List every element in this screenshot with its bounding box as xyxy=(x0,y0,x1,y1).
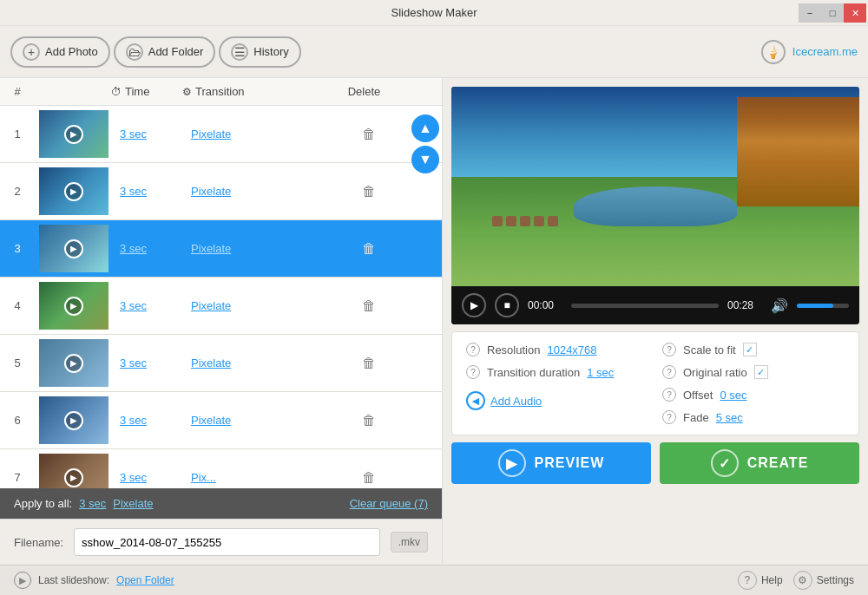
clear-queue-link[interactable]: Clear queue (7) xyxy=(350,497,428,510)
preview-label: PREVIEW xyxy=(535,455,605,471)
slide-thumbnail: ▶ xyxy=(39,396,108,444)
table-row[interactable]: 1 ▶ 3 sec Pixelate 🗑 xyxy=(0,106,442,163)
scroll-down-button[interactable]: ▼ xyxy=(411,146,439,173)
maximize-button[interactable]: □ xyxy=(821,3,844,23)
slide-num: 5 xyxy=(0,356,35,369)
delete-slide-button[interactable]: 🗑 xyxy=(355,467,383,489)
fade-value[interactable]: 5 sec xyxy=(716,411,743,424)
resolution-value[interactable]: 1024x768 xyxy=(547,343,596,356)
add-audio-link[interactable]: Add Audio xyxy=(490,395,542,408)
table-row[interactable]: 2 ▶ 3 sec Pixelate 🗑 xyxy=(0,163,442,220)
col-header-time: ⏱ Time xyxy=(104,85,182,98)
table-row[interactable]: 3 ▶ 3 sec Pixelate 🗑 xyxy=(0,220,442,278)
slide-transition-link[interactable]: Pixelate xyxy=(191,356,231,369)
transition-duration-info-icon[interactable]: ? xyxy=(466,365,480,379)
table-row[interactable]: 4 ▶ 3 sec Pixelate 🗑 xyxy=(0,278,442,335)
slide-list[interactable]: 1 ▶ 3 sec Pixelate 🗑 2 ▶ 3 sec Pixelate xyxy=(0,106,442,488)
fade-info-icon[interactable]: ? xyxy=(662,410,676,424)
icecream-link[interactable]: Icecream.me xyxy=(792,45,858,58)
help-action[interactable]: ? Help xyxy=(738,571,783,590)
slide-num: 2 xyxy=(0,185,35,198)
slide-time-link[interactable]: 3 sec xyxy=(120,242,147,255)
resolution-label: Resolution xyxy=(487,343,540,356)
table-row[interactable]: 6 ▶ 3 sec Pixelate 🗑 xyxy=(0,392,442,449)
slide-time-link[interactable]: 3 sec xyxy=(120,471,147,484)
help-label: Help xyxy=(761,574,783,586)
scale-to-fit-checkbox[interactable]: ✓ xyxy=(743,343,757,356)
scale-to-fit-info-icon[interactable]: ? xyxy=(662,343,676,356)
right-panel: ▶ ■ 00:00 00:28 🔊 ? Resolution 10 xyxy=(443,78,868,565)
slide-transition-link[interactable]: Pixelate xyxy=(191,185,231,198)
thumb-play-icon: ▶ xyxy=(64,468,83,487)
settings-right: ? Scale to fit ✓ ? Original ratio ✓ ? Of… xyxy=(662,343,845,424)
original-ratio-info-icon[interactable]: ? xyxy=(662,365,676,379)
create-button[interactable]: ✓ CREATE xyxy=(660,442,859,484)
resolution-info-icon[interactable]: ? xyxy=(466,343,480,356)
delete-slide-button[interactable]: 🗑 xyxy=(355,238,383,260)
slide-transition: Pixelate xyxy=(191,128,295,141)
settings-action[interactable]: ⚙ Settings xyxy=(793,571,854,590)
transition-duration-value[interactable]: 1 sec xyxy=(587,366,614,379)
slide-time-link[interactable]: 3 sec xyxy=(120,414,147,427)
slide-time-link[interactable]: 3 sec xyxy=(120,185,147,198)
thumb-play-icon: ▶ xyxy=(64,411,83,430)
close-button[interactable]: ✕ xyxy=(844,3,866,23)
slide-transition: Pixelate xyxy=(191,185,295,198)
add-photo-button[interactable]: + Add Photo xyxy=(10,36,110,68)
settings-left: ? Resolution 1024x768 ? Transition durat… xyxy=(466,343,648,424)
slide-delete: 🗑 xyxy=(295,238,442,260)
slide-delete: 🗑 xyxy=(295,352,442,375)
add-folder-button[interactable]: 🗁 Add Folder xyxy=(114,36,216,68)
slide-transition-link[interactable]: Pixelate xyxy=(191,299,231,312)
slide-thumbnail: ▶ xyxy=(39,225,108,272)
add-audio-icon[interactable]: ◄ xyxy=(466,391,485,410)
slide-num: 7 xyxy=(0,471,35,484)
slide-transition: Pix... xyxy=(191,471,295,484)
slide-time-link[interactable]: 3 sec xyxy=(120,128,147,141)
open-folder-link[interactable]: Open Folder xyxy=(116,574,174,586)
delete-slide-button[interactable]: 🗑 xyxy=(355,123,383,146)
scroll-up-button[interactable]: ▲ xyxy=(411,114,439,142)
offset-info-icon[interactable]: ? xyxy=(662,388,676,402)
chair-2 xyxy=(506,216,516,226)
delete-slide-button[interactable]: 🗑 xyxy=(355,180,383,203)
app-title: Slideshow Maker xyxy=(391,6,477,19)
apply-bar: Apply to all: 3 sec Pixelate Clear queue… xyxy=(0,488,442,519)
slide-transition-link[interactable]: Pixelate xyxy=(191,414,231,427)
stop-button[interactable]: ■ xyxy=(495,293,519,317)
add-folder-icon: 🗁 xyxy=(126,43,143,61)
slide-time: 3 sec xyxy=(113,185,191,198)
slide-transition-link[interactable]: Pix... xyxy=(191,471,216,484)
table-row[interactable]: 7 ▶ 3 sec Pix... 🗑 xyxy=(0,449,442,488)
history-button[interactable]: ☰ History xyxy=(219,36,300,68)
apply-transition-link[interactable]: Pixelate xyxy=(113,497,153,510)
filename-input[interactable] xyxy=(74,528,380,556)
play-button[interactable]: ▶ xyxy=(462,293,486,317)
original-ratio-checkbox[interactable]: ✓ xyxy=(754,365,768,379)
volume-icon[interactable]: 🔊 xyxy=(771,298,788,314)
apply-time-link[interactable]: 3 sec xyxy=(79,497,106,510)
slide-transition-link[interactable]: Pixelate xyxy=(191,242,231,255)
offset-label: Offset xyxy=(683,389,713,402)
offset-value[interactable]: 0 sec xyxy=(720,389,746,402)
slide-transition-link[interactable]: Pixelate xyxy=(191,128,231,141)
minimize-button[interactable]: − xyxy=(799,3,821,23)
slide-transition: Pixelate xyxy=(191,356,295,369)
slide-time-link[interactable]: 3 sec xyxy=(120,356,147,369)
volume-bar[interactable] xyxy=(797,304,849,308)
action-buttons: ▶ PREVIEW ✓ CREATE xyxy=(451,442,859,484)
preview-button[interactable]: ▶ PREVIEW xyxy=(451,442,651,484)
chairs-area xyxy=(492,197,696,227)
delete-slide-button[interactable]: 🗑 xyxy=(355,295,383,317)
add-photo-label: Add Photo xyxy=(45,45,98,58)
table-row[interactable]: 5 ▶ 3 sec Pixelate 🗑 xyxy=(0,335,442,392)
add-audio-row: ◄ Add Audio xyxy=(466,391,648,410)
slide-time-link[interactable]: 3 sec xyxy=(120,299,147,312)
footer: ▶ Last slideshow: Open Folder ? Help ⚙ S… xyxy=(0,565,868,595)
video-progress-bar[interactable] xyxy=(571,304,719,308)
delete-slide-button[interactable]: 🗑 xyxy=(355,409,383,432)
resolution-row: ? Resolution 1024x768 xyxy=(466,343,648,356)
slide-num: 6 xyxy=(0,414,35,427)
delete-slide-button[interactable]: 🗑 xyxy=(355,352,383,375)
original-ratio-label: Original ratio xyxy=(683,366,747,379)
